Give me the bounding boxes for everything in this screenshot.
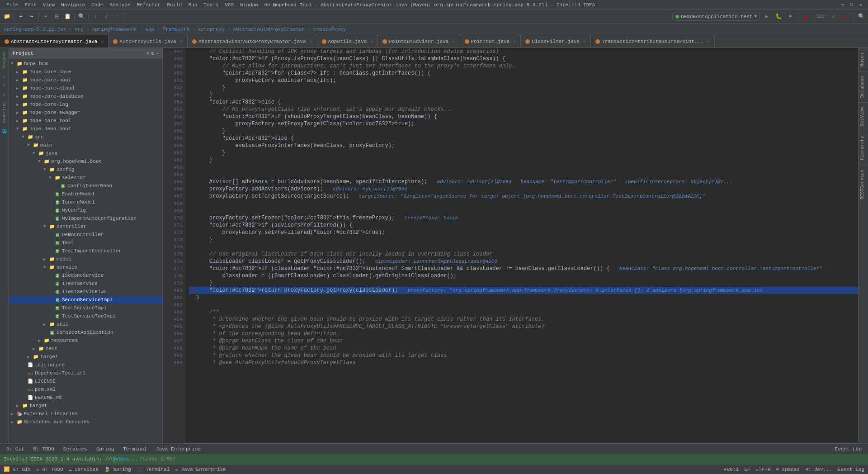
tree-item[interactable]: CMyImportAutoConfiguration xyxy=(9,214,162,223)
vtab-database[interactable]: Database xyxy=(859,71,868,102)
tree-item[interactable]: ▼📁service xyxy=(9,263,162,271)
tree-item[interactable]: ▶📁test xyxy=(9,345,162,353)
tab-abstract-advisor[interactable]: AbstractAdvisorAutoProxyCreator.java ✕ xyxy=(188,35,317,47)
tree-item[interactable]: ▶📁resources xyxy=(9,337,162,345)
undo-button[interactable]: ↩ xyxy=(16,12,26,22)
tree-item[interactable]: ▶📁hope-core-log xyxy=(9,100,162,109)
tree-item[interactable]: ▼📁src xyxy=(9,133,162,141)
gear-icon[interactable]: ⚙ xyxy=(147,51,150,56)
project-icon[interactable]: 📁 xyxy=(2,12,12,22)
tree-item[interactable]: ▶📁hope-core-tool xyxy=(9,117,162,125)
cut-button[interactable]: ✂ xyxy=(41,12,51,22)
minimize-button[interactable]: ─ xyxy=(839,1,846,9)
breadcrumb-framework[interactable]: framework xyxy=(163,27,189,32)
menu-file[interactable]: File xyxy=(4,1,21,9)
tree-item[interactable]: ▶📁target xyxy=(9,402,162,410)
search-everywhere-button[interactable]: 🔍 xyxy=(856,12,866,22)
tree-item[interactable]: ▼📁controller xyxy=(9,223,162,231)
stop-button[interactable]: ■ xyxy=(801,12,811,22)
tree-item[interactable]: IISecondService xyxy=(9,271,162,280)
tab-transaction-attr[interactable]: TransactionAttributeSourcePoint... ✕ xyxy=(591,35,714,47)
left-icon-web[interactable]: 🌐 xyxy=(1,128,8,135)
tab-close-1[interactable]: ✕ xyxy=(101,39,104,44)
tab-close-4[interactable]: ✕ xyxy=(370,39,373,44)
breadcrumb-autoproxy[interactable]: autoproxy xyxy=(198,27,225,32)
tree-item[interactable]: IITestServiceTwo xyxy=(9,288,162,296)
tree-item[interactable]: 📄README.md xyxy=(9,393,162,402)
tab-pointcut-advisor[interactable]: PointcutAdvisor.java ✕ xyxy=(378,35,460,47)
menu-window[interactable]: Window xyxy=(237,1,261,9)
coverage-button[interactable]: ☂ xyxy=(785,12,795,22)
bottom-tab-terminal[interactable]: Terminal xyxy=(120,446,150,453)
layout-icon[interactable]: ⊞ xyxy=(151,51,154,56)
tree-item[interactable]: CTest xyxy=(9,239,162,247)
status-branch[interactable]: 4: dev... xyxy=(805,467,832,472)
code-area[interactable]: // Explicit handling of JDK proxy target… xyxy=(185,48,858,443)
tab-close-7[interactable]: ✕ xyxy=(583,39,586,44)
tab-auto-proxy-utils[interactable]: AutoProxyUtils.java ✕ xyxy=(108,35,187,47)
event-log-right[interactable]: Event Log xyxy=(832,446,864,453)
git-commit-button[interactable]: ✓ xyxy=(101,12,111,22)
menu-refactor[interactable]: Refactor xyxy=(134,1,164,9)
tree-item[interactable]: ▶📁util xyxy=(9,320,162,328)
status-git[interactable]: 🔀 8: Git xyxy=(4,466,31,472)
tree-item[interactable]: ▼📁selector xyxy=(9,174,162,182)
bottom-tab-java-enterprise[interactable]: Java Enterprise xyxy=(153,446,203,453)
tree-item[interactable]: ▶📁target xyxy=(9,353,162,361)
tab-close-3[interactable]: ✕ xyxy=(310,39,312,44)
tab-aop-utils[interactable]: AopUtils.java ✕ xyxy=(317,35,378,47)
tab-close-5[interactable]: ✕ xyxy=(452,39,455,44)
tree-item[interactable]: ▶📁hope-core-database xyxy=(9,92,162,100)
tree-item[interactable]: ▼📁org.hopehomi.boot xyxy=(9,157,162,166)
git-update-button[interactable]: ↓ xyxy=(90,12,100,22)
tree-item[interactable]: ▼📁java xyxy=(9,149,162,157)
tree-item[interactable]: ▶📁hope-core-base xyxy=(9,68,162,76)
git-x-button[interactable]: ✕ xyxy=(840,12,850,22)
menu-vcs[interactable]: VCS xyxy=(222,1,236,9)
menu-view[interactable]: View xyxy=(40,1,57,9)
tree-item[interactable]: CSecondServiceImpl xyxy=(9,296,162,304)
breadcrumb-org[interactable]: org xyxy=(75,27,84,32)
menu-build[interactable]: Build xyxy=(164,1,184,9)
tree-item[interactable]: CTestServiceImpl xyxy=(9,304,162,312)
tree-item[interactable]: xmlHopehomi-Tool.iml xyxy=(9,369,162,377)
tree-item[interactable]: ▼📁config xyxy=(9,166,162,174)
status-services[interactable]: ☁ Services xyxy=(69,466,99,472)
tab-close-8[interactable]: ✕ xyxy=(707,39,709,44)
status-spaces[interactable]: 4 spaces xyxy=(776,467,800,472)
tree-item[interactable]: CEnableModel xyxy=(9,190,162,198)
paste-button[interactable]: 📋 xyxy=(62,12,72,22)
menu-code[interactable]: Code xyxy=(89,1,106,9)
breadcrumb-method[interactable]: createProxy xyxy=(313,27,346,32)
status-position[interactable]: 480:1 xyxy=(724,467,739,472)
tree-item[interactable]: ▶📚External Libraries xyxy=(9,410,162,418)
tree-item[interactable]: ▶📁hope-core-swagger xyxy=(9,109,162,117)
left-icon-2[interactable]: 2 xyxy=(1,81,8,89)
status-java-enterprise[interactable]: ☕ Java Enterprise xyxy=(175,466,226,472)
tree-item[interactable]: ▶📁Scratches and Consoles xyxy=(9,418,162,426)
tree-item[interactable]: ▶📁hope-core-cloud xyxy=(9,84,162,92)
tree-item[interactable]: CTestServiceTwoImpl xyxy=(9,312,162,320)
tree-item[interactable]: IITestService xyxy=(9,280,162,288)
vtab-restservice[interactable]: RESTService xyxy=(859,165,868,204)
run-button[interactable]: ▶ xyxy=(762,12,772,22)
menu-analyze[interactable]: Analyze xyxy=(107,1,133,9)
left-icon-project[interactable]: Project xyxy=(1,50,8,71)
copy-button[interactable]: ⎘ xyxy=(52,12,61,22)
menu-run[interactable]: Run xyxy=(185,1,200,9)
status-encoding[interactable]: UTF-8 xyxy=(755,467,770,472)
left-icon-bookmarks[interactable]: ★ xyxy=(1,91,8,99)
tab-close-6[interactable]: ✕ xyxy=(513,39,516,44)
menu-edit[interactable]: Edit xyxy=(22,1,39,9)
tree-item[interactable]: 📄LICENSE xyxy=(9,377,162,385)
breadcrumb-springframework[interactable]: springframework xyxy=(92,27,137,32)
notification-update-link[interactable]: Update... xyxy=(111,456,138,462)
breadcrumb-aop[interactable]: aop xyxy=(145,27,154,32)
vtab-sciview[interactable]: SciView xyxy=(859,102,868,131)
bottom-tab-services[interactable]: Services xyxy=(61,446,90,453)
tree-item[interactable]: CMyConfig xyxy=(9,206,162,214)
tree-item[interactable]: ▼📁main xyxy=(9,141,162,149)
bottom-tab-todo[interactable]: 6: TODO xyxy=(31,446,57,453)
bottom-tab-spring[interactable]: Spring xyxy=(94,446,117,453)
vtab-maven[interactable]: Maven xyxy=(859,48,868,71)
